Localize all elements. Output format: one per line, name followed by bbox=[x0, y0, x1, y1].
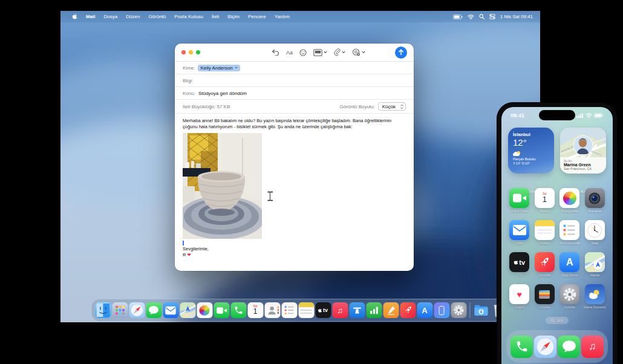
image-size-value: Küçük bbox=[382, 104, 396, 109]
recipient-name: Kelly Anderson bbox=[200, 65, 232, 71]
dock-calendar-icon[interactable]: Sal 1 bbox=[247, 302, 263, 318]
subject-label: Konu: bbox=[183, 91, 195, 96]
iphone-dock-messages-icon[interactable] bbox=[558, 336, 580, 358]
mail-toolbar: Aa bbox=[175, 44, 414, 62]
menu-item-mail[interactable]: Mail bbox=[82, 14, 100, 19]
menu-item-posta-kutusu[interactable]: Posta Kutusu bbox=[170, 14, 207, 19]
dock-notes-icon[interactable] bbox=[298, 302, 314, 318]
emoji-icon[interactable] bbox=[299, 49, 307, 56]
weather-temp: 12° bbox=[513, 137, 549, 148]
send-arrow-icon bbox=[398, 49, 404, 56]
dock-finder-icon[interactable] bbox=[95, 302, 111, 318]
iphone-dock-safari-icon[interactable] bbox=[534, 336, 556, 358]
iphone-device: 09:41 İstanbul 12° Parçalı Bulutlu Y:13°… bbox=[497, 103, 617, 364]
dock-messages-icon[interactable] bbox=[146, 302, 161, 318]
message-body[interactable]: Merhaba anne! Bil bakalım ne oldu? Bu ya… bbox=[175, 114, 414, 263]
image-size-select[interactable]: Küçük bbox=[378, 102, 406, 111]
dock: Sal 1 tv ♫ A bbox=[91, 299, 510, 322]
control-center-icon[interactable] bbox=[489, 14, 495, 19]
send-button[interactable] bbox=[395, 47, 407, 59]
heart-emoji: ❤ bbox=[188, 252, 191, 258]
menu-item-goruntu[interactable]: Görüntü bbox=[144, 14, 170, 19]
subject-field[interactable]: Konu: Stüdyoya geri döndüm bbox=[175, 87, 414, 100]
appstore-glyph: A bbox=[422, 306, 427, 315]
dock-phone-icon[interactable] bbox=[230, 302, 246, 318]
ios-clock: 09:41 bbox=[510, 112, 524, 119]
menu-item-duzen[interactable]: Düzen bbox=[122, 14, 144, 19]
menu-item-dosya[interactable]: Dosya bbox=[100, 14, 122, 19]
battery-icon[interactable] bbox=[453, 15, 463, 19]
wifi-icon bbox=[585, 113, 592, 118]
dock-music-icon[interactable]: ♫ bbox=[332, 302, 348, 318]
menu-bar: Mail Dosya Düzen Görüntü Posta Kutusu İl… bbox=[60, 11, 540, 22]
dock-mail-icon[interactable] bbox=[163, 302, 178, 318]
weather-condition: Parçalı Bulutlu bbox=[513, 157, 549, 161]
findmy-info-panel: Şu An Marina Green San Francisco, CA bbox=[560, 157, 606, 174]
dock-tv-icon[interactable]: tv bbox=[315, 302, 331, 318]
dock-maps-icon[interactable] bbox=[180, 302, 195, 318]
format-icon[interactable]: Aa bbox=[286, 50, 293, 56]
dock-appstore-icon[interactable]: A bbox=[417, 302, 432, 318]
dock-pages-icon[interactable] bbox=[383, 302, 399, 318]
battery-icon bbox=[594, 113, 604, 118]
ibeam-cursor bbox=[267, 191, 273, 201]
chevron-down-icon bbox=[324, 51, 327, 54]
dock-launchpad-icon[interactable] bbox=[112, 302, 128, 318]
photo-browser-button[interactable] bbox=[313, 49, 327, 56]
iphone-dock-phone-icon[interactable] bbox=[510, 336, 533, 358]
attach-file-button[interactable] bbox=[334, 48, 345, 56]
dock-iphone-mirroring-icon[interactable] bbox=[434, 302, 449, 318]
text-insertion-caret bbox=[183, 241, 184, 245]
iphone-dock-music-icon[interactable]: ♫ bbox=[581, 336, 604, 358]
close-window-button[interactable] bbox=[181, 50, 186, 54]
chevron-down-icon bbox=[342, 51, 345, 54]
chevron-down-icon bbox=[235, 67, 238, 69]
dock-separator bbox=[469, 302, 470, 318]
message-paragraph: Merhaba anne! Bil bakalım ne oldu? Bu ya… bbox=[183, 118, 406, 130]
dock-downloads-icon[interactable] bbox=[473, 302, 489, 318]
undo-icon[interactable] bbox=[272, 49, 279, 56]
weather-widget[interactable]: İstanbul 12° Parçalı Bulutlu Y:13° D:10° bbox=[508, 128, 554, 174]
to-label: Kime: bbox=[183, 65, 195, 71]
dock-games-icon[interactable] bbox=[400, 302, 416, 318]
wifi-icon[interactable] bbox=[468, 15, 474, 19]
iphone-screen: 09:41 İstanbul 12° Parçalı Bulutlu Y:13°… bbox=[501, 107, 613, 364]
dock-safari-icon[interactable] bbox=[129, 302, 145, 318]
ios-status-bar: 09:41 bbox=[501, 107, 613, 120]
menubar-clock[interactable]: 1 Nis Sal 09:41 bbox=[500, 14, 533, 19]
subject-value: Stüdyoya geri döndüm bbox=[198, 91, 247, 96]
image-size-label: Görüntü Boyutu: bbox=[340, 104, 375, 109]
findmy-person-name: Marina Green bbox=[564, 163, 602, 167]
dock-photos-icon[interactable] bbox=[197, 302, 212, 318]
pottery-photo-attachment[interactable] bbox=[183, 133, 262, 239]
dock-settings-icon[interactable] bbox=[451, 302, 466, 318]
dock-numbers-icon[interactable] bbox=[366, 302, 382, 318]
signature-line: R ❤ bbox=[183, 252, 406, 258]
cc-label: Bilgi: bbox=[183, 78, 193, 83]
apple-menu-icon[interactable] bbox=[68, 13, 82, 21]
dock-reminders-icon[interactable] bbox=[281, 302, 297, 318]
partly-cloudy-icon bbox=[513, 153, 521, 157]
search-icon[interactable] bbox=[479, 14, 484, 19]
insert-options-button[interactable] bbox=[352, 48, 365, 56]
message-size-text: İleti Büyüklüğü: 57 KB bbox=[183, 104, 230, 109]
recipient-token[interactable]: Kelly Anderson bbox=[198, 65, 240, 71]
to-field[interactable]: Kime: Kelly Anderson bbox=[175, 62, 414, 74]
menu-item-pencere[interactable]: Pencere bbox=[244, 14, 270, 19]
cc-field[interactable]: Bilgi: bbox=[175, 74, 414, 87]
menu-item-ileti[interactable]: İleti bbox=[207, 14, 223, 19]
findmy-location: San Francisco, CA bbox=[564, 167, 602, 171]
menu-item-yardim[interactable]: Yardım bbox=[270, 14, 294, 19]
dock-facetime-icon[interactable] bbox=[214, 302, 229, 318]
weather-city: İstanbul bbox=[513, 132, 549, 137]
updown-chevron-icon bbox=[400, 104, 403, 109]
menu-item-bicim[interactable]: Biçim bbox=[223, 14, 244, 19]
desktop-composite: { "menubar": { "items": ["Mail", "Dosya"… bbox=[0, 0, 623, 364]
dock-contacts-icon[interactable] bbox=[264, 302, 280, 318]
dock-keynote-icon[interactable] bbox=[349, 302, 365, 318]
findmy-widget[interactable]: MARINA GREEN DR MARINA BLVD Şu An Marina… bbox=[560, 128, 606, 174]
memoji-avatar bbox=[573, 135, 593, 155]
chevron-down-icon bbox=[362, 51, 365, 54]
minimize-window-button[interactable] bbox=[189, 50, 193, 54]
zoom-window-button[interactable] bbox=[196, 50, 200, 54]
